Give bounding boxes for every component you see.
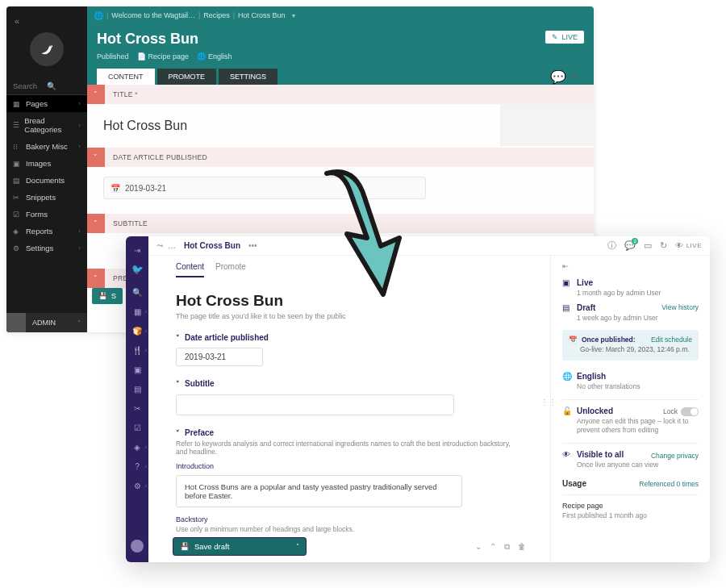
collapse-toggle[interactable]: ˅ bbox=[87, 214, 105, 233]
document-icon: ▤ bbox=[13, 177, 21, 185]
intro-label: Introduction bbox=[176, 462, 523, 470]
section-date: ˅ DATE ARTICLE PUBLISHED bbox=[87, 148, 594, 167]
calendar-icon: 📅 bbox=[111, 184, 120, 193]
reports-icon[interactable]: ◈› bbox=[126, 438, 148, 456]
sidebar-item-pages[interactable]: ▦Pages› bbox=[6, 95, 87, 112]
field-preface: ˅Preface Refer to keywords analysis and … bbox=[176, 428, 523, 533]
user-menu[interactable]: ADMIN ˄ bbox=[6, 313, 87, 332]
forms-icon[interactable]: ☑ bbox=[126, 419, 148, 436]
resize-grip-icon[interactable]: ⋮⋮ bbox=[540, 398, 557, 407]
wagtail-logo: 🐦 bbox=[126, 261, 148, 278]
help-icon[interactable]: ?› bbox=[126, 457, 148, 475]
tab-content[interactable]: Content bbox=[176, 262, 204, 277]
sidebar-item-forms[interactable]: ☑Forms bbox=[6, 206, 87, 223]
settings-icon[interactable]: ⚙› bbox=[126, 477, 148, 494]
tab-content[interactable]: CONTENT bbox=[97, 69, 155, 85]
move-down-icon[interactable]: ⌃ bbox=[490, 542, 496, 552]
search-icon[interactable]: 🔍 bbox=[126, 283, 148, 301]
minimap-icon[interactable]: ⤳ bbox=[156, 241, 163, 250]
save-icon: 💾 bbox=[180, 542, 190, 551]
preview-icon[interactable]: ▭ bbox=[644, 240, 652, 251]
save-button[interactable]: 💾S bbox=[92, 288, 123, 304]
comments-toggle[interactable]: 💬▾ bbox=[544, 69, 584, 85]
sidebar-item-images[interactable]: ▣Images bbox=[6, 155, 87, 172]
breadcrumb-root[interactable]: Welcome to the Wagtail… bbox=[111, 11, 195, 19]
live-indicator[interactable]: 👁LIVE bbox=[675, 241, 702, 250]
live-button[interactable]: ✎LIVE bbox=[545, 31, 584, 44]
live-dot-icon: ▣ bbox=[562, 278, 570, 287]
status-draft: Draft bbox=[577, 303, 595, 312]
eye-icon: 👁 bbox=[675, 241, 684, 250]
field-date: ˅Date article published 2019-03-21 bbox=[176, 333, 523, 366]
page-type: 📄 Recipe page bbox=[137, 52, 190, 60]
breadcrumb-recipes[interactable]: Recipes bbox=[203, 11, 230, 19]
documents-icon[interactable]: ▤ bbox=[126, 380, 148, 398]
avatar[interactable] bbox=[131, 540, 144, 553]
change-privacy-link[interactable]: Change privacy bbox=[651, 452, 699, 460]
chevron-down-icon[interactable]: ˅ bbox=[176, 380, 180, 388]
lock-toggle[interactable] bbox=[681, 407, 699, 416]
sidebar-item-documents[interactable]: ▤Documents bbox=[6, 172, 87, 189]
subtitle-input[interactable] bbox=[176, 394, 454, 415]
collapse-toggle[interactable]: ˅ bbox=[87, 85, 105, 104]
unlock-icon: 🔓 bbox=[562, 407, 570, 415]
save-draft-button[interactable]: 💾 Save draft ˄ bbox=[173, 537, 307, 556]
status-live: Live bbox=[577, 278, 593, 287]
chevron-down-icon[interactable]: ˅ bbox=[176, 334, 180, 342]
usage-title: Usage bbox=[562, 479, 586, 488]
comments-icon[interactable]: 💬2 bbox=[624, 240, 636, 251]
duplicate-icon[interactable]: ⧉ bbox=[504, 542, 510, 552]
tab-promote[interactable]: Promote bbox=[215, 262, 246, 277]
report-icon: ◈ bbox=[13, 227, 21, 236]
date-input[interactable]: 📅 2019-03-21 bbox=[103, 177, 426, 199]
usage-link[interactable]: Referenced 0 times bbox=[639, 480, 699, 488]
expand-sidebar-icon[interactable]: ⇥ bbox=[126, 241, 148, 259]
breadcrumb-current[interactable]: Hot Cross Bun bbox=[184, 241, 240, 250]
title-field[interactable]: Hot Cross Bun bbox=[176, 292, 523, 310]
snippets-icon[interactable]: ✂ bbox=[126, 399, 148, 417]
edit-schedule-link[interactable]: Edit schedule bbox=[651, 336, 692, 344]
breadcrumb-current: Hot Cross Bun bbox=[238, 11, 286, 19]
delete-icon[interactable]: 🗑 bbox=[518, 542, 526, 552]
tab-promote[interactable]: PROMOTE bbox=[157, 69, 217, 85]
collapse-toggle[interactable]: ˅ bbox=[87, 148, 105, 167]
cutlery-icon[interactable]: 🍴› bbox=[126, 341, 148, 359]
collapse-toggle[interactable]: ˅ bbox=[87, 269, 105, 288]
tab-settings[interactable]: SETTINGS bbox=[219, 69, 277, 85]
collapse-panel-icon[interactable]: ⇤ bbox=[562, 262, 699, 270]
chevron-down-icon[interactable]: ▾ bbox=[292, 12, 295, 19]
date-input[interactable]: 2019-03-21 bbox=[176, 348, 263, 366]
field-subtitle: ˅Subtitle bbox=[176, 379, 523, 415]
eye-icon: 👁 bbox=[562, 450, 570, 459]
sidebar-item-snippets[interactable]: ✂Snippets bbox=[6, 189, 87, 206]
collapse-sidebar-icon[interactable]: « bbox=[15, 16, 19, 26]
history-icon[interactable]: ↻ bbox=[660, 240, 667, 251]
chevron-down-icon[interactable]: ˅ bbox=[176, 429, 180, 437]
page-meta: Published 📄 Recipe page 🌐 English bbox=[97, 48, 584, 69]
page-lang: 🌐 English bbox=[197, 52, 232, 60]
info-icon[interactable]: ⓘ bbox=[607, 240, 616, 252]
images-icon[interactable]: ▣ bbox=[126, 361, 148, 378]
tabs: CONTENT PROMOTE SETTINGS 💬▾ bbox=[97, 69, 584, 85]
page-actions-menu[interactable]: ••• bbox=[248, 241, 257, 250]
pages-icon[interactable]: ▦› bbox=[126, 302, 148, 320]
sidebar-item-reports[interactable]: ◈Reports› bbox=[6, 223, 87, 240]
sidebar-item-settings[interactable]: ⚙Settings› bbox=[6, 240, 87, 256]
search-input[interactable]: Search🔍 bbox=[6, 77, 87, 95]
move-up-icon[interactable]: ⌄ bbox=[475, 542, 482, 552]
draft-sub: 1 week ago by admin User bbox=[577, 314, 699, 322]
save-icon: 💾 bbox=[98, 292, 107, 300]
backstory-label: Backstory bbox=[176, 515, 523, 523]
new-main: ⤳ … Hot Cross Bun ••• ⓘ 💬2 ▭ ↻ 👁LIVE Con… bbox=[148, 236, 710, 562]
home-icon[interactable]: 🌐 bbox=[94, 11, 103, 20]
required-indicator: * bbox=[135, 90, 138, 98]
folder-icon: ▦ bbox=[13, 100, 21, 108]
bread-icon[interactable]: 🍞› bbox=[126, 322, 148, 340]
side-panel: ⇤ ▣Live 1 month ago by admin User ▤Draft… bbox=[550, 256, 710, 562]
view-history-link[interactable]: View history bbox=[661, 303, 699, 311]
sidebar-item-bread[interactable]: ☰Bread Categories› bbox=[6, 112, 87, 138]
sidebar-item-bakery[interactable]: ⁝⁝Bakery Misc› bbox=[6, 138, 87, 155]
chevron-up-icon: ˄ bbox=[71, 319, 87, 327]
intro-input[interactable]: Hot Cross Buns are a popular and tasty y… bbox=[176, 475, 462, 507]
chevron-up-icon[interactable]: ˄ bbox=[296, 543, 299, 550]
